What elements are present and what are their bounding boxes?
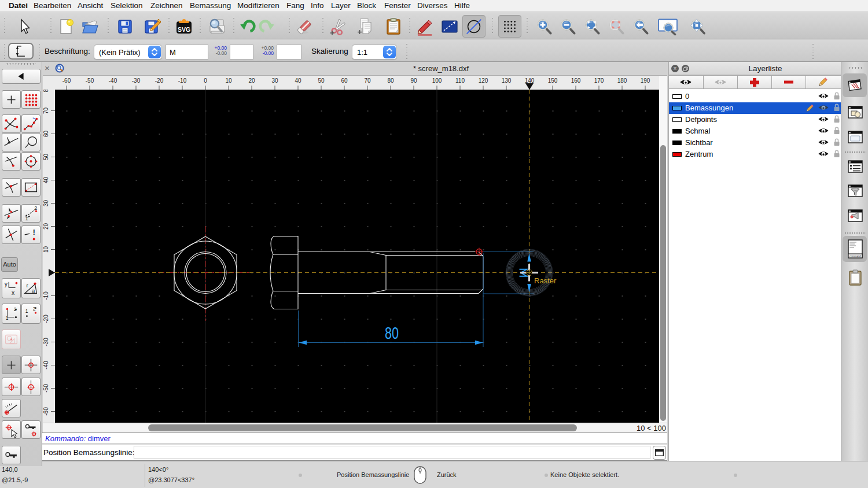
svg-text:x: x — [12, 290, 15, 296]
svg-text:1: 1 — [25, 216, 28, 221]
svg-text:-20: -20 — [43, 315, 49, 323]
svg-text:-60: -60 — [43, 407, 49, 416]
svg-text:2: 2 — [33, 306, 36, 312]
svg-text:!: ! — [33, 228, 35, 236]
svg-text:120: 120 — [479, 77, 488, 84]
svg-text:60: 60 — [341, 77, 348, 84]
svg-text:-20: -20 — [155, 77, 164, 84]
svg-text:-40: -40 — [43, 361, 49, 369]
svg-text:50: 50 — [43, 154, 49, 161]
svg-text:Raster: Raster — [534, 276, 557, 285]
svg-text:110: 110 — [455, 77, 465, 84]
svg-text:40: 40 — [295, 77, 301, 84]
svg-text:20: 20 — [248, 77, 255, 84]
svg-text:190: 190 — [641, 77, 650, 84]
svg-text:1: 1 — [25, 308, 28, 314]
svg-text:-10: -10 — [178, 77, 187, 84]
svg-text:r: r — [27, 282, 28, 289]
svg-text:-30: -30 — [132, 77, 141, 84]
svg-text:30: 30 — [271, 77, 278, 84]
svg-text:170: 170 — [594, 77, 604, 84]
svg-text:command: command — [849, 255, 861, 258]
svg-text:180: 180 — [617, 77, 627, 84]
svg-text:80: 80 — [385, 323, 399, 342]
svg-text:-60: -60 — [62, 77, 71, 84]
svg-text:y: y — [5, 281, 8, 287]
svg-text:100: 100 — [432, 77, 442, 84]
svg-text:140: 140 — [525, 77, 535, 84]
svg-text:SVG: SVG — [178, 26, 190, 33]
svg-text:0: 0 — [204, 77, 207, 84]
svg-text:150: 150 — [548, 77, 558, 84]
svg-text:50: 50 — [318, 77, 325, 84]
svg-text:40: 40 — [43, 177, 49, 184]
svg-text:-50: -50 — [43, 384, 49, 393]
svg-text:80: 80 — [387, 77, 394, 84]
svg-text:-40: -40 — [109, 77, 117, 84]
svg-text:10: 10 — [225, 77, 232, 84]
svg-text:20: 20 — [43, 223, 49, 230]
svg-text:90: 90 — [410, 77, 417, 84]
svg-text:a: a — [32, 287, 35, 294]
svg-text:-30: -30 — [43, 338, 49, 346]
svg-text:130: 130 — [502, 77, 512, 84]
svg-text:-10: -10 — [43, 291, 49, 300]
svg-text:30: 30 — [43, 200, 49, 207]
svg-text:70: 70 — [43, 108, 49, 114]
svg-text:60: 60 — [43, 131, 49, 138]
svg-text:70: 70 — [364, 77, 371, 84]
svg-text:10: 10 — [43, 246, 49, 253]
svg-text:80: 80 — [43, 90, 49, 93]
svg-text:-50: -50 — [86, 77, 94, 84]
svg-text:160: 160 — [571, 77, 581, 84]
